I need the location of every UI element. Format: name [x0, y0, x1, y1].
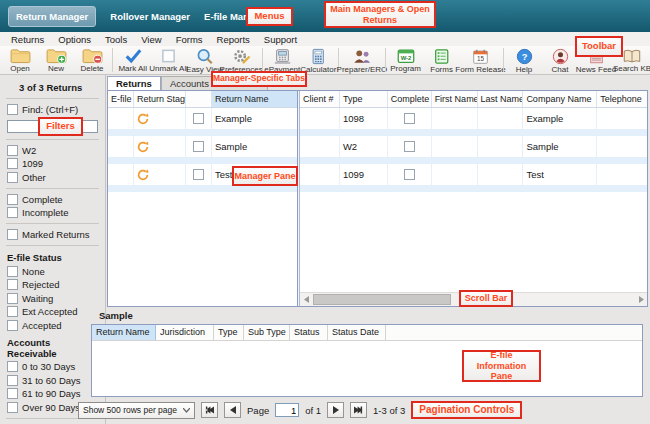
open-button[interactable]: Open [2, 46, 38, 74]
col-select[interactable] [186, 91, 212, 107]
complete-checkbox[interactable] [404, 141, 415, 152]
delete-button[interactable]: Delete [74, 46, 110, 74]
col-complete[interactable]: Complete [388, 91, 432, 107]
row-select-cell[interactable] [186, 164, 212, 185]
find-checkbox[interactable] [7, 104, 18, 115]
row-select-cell[interactable] [186, 136, 212, 157]
1099-checkbox[interactable] [7, 158, 18, 169]
filter-incomplete[interactable]: Incomplete [7, 207, 98, 218]
filter-ext-accepted[interactable]: Ext Accepted [7, 306, 98, 317]
row-select-cell[interactable] [186, 108, 212, 129]
col-return-stage[interactable]: Return Stage [134, 91, 186, 107]
col-client-number[interactable]: Client # [300, 91, 340, 107]
col-type[interactable]: Type [340, 91, 388, 107]
first-page-button[interactable] [201, 402, 218, 418]
row-checkbox[interactable] [193, 113, 204, 124]
menu-reports[interactable]: Reports [210, 34, 257, 45]
marked-returns-checkbox[interactable] [7, 229, 18, 240]
0-30-days-checkbox[interactable] [7, 361, 18, 372]
menu-options[interactable]: Options [51, 34, 98, 45]
filter-marked-returns[interactable]: Marked Returns [7, 229, 98, 240]
next-page-button[interactable] [327, 402, 344, 418]
over-90-days-checkbox[interactable] [7, 402, 18, 413]
table-row[interactable]: 1098 Example [300, 108, 647, 129]
forms-button[interactable]: Forms [424, 46, 460, 74]
table-row[interactable]: Example [108, 108, 297, 129]
unmark-all-button[interactable]: Unmark All [151, 46, 187, 74]
tab-return-manager[interactable]: Return Manager [8, 6, 96, 27]
svg-text:15: 15 [477, 55, 485, 62]
menu-view[interactable]: View [134, 34, 168, 45]
complete-cell[interactable] [388, 164, 432, 185]
preparer-ero-button[interactable]: Preparer/ERO [341, 46, 383, 74]
col-efile[interactable]: E-file [108, 91, 134, 107]
complete-checkbox[interactable] [7, 194, 18, 205]
page-number-input[interactable] [275, 403, 299, 417]
col-company-name[interactable]: Company Name [523, 91, 597, 107]
menu-tools[interactable]: Tools [98, 34, 134, 45]
incomplete-checkbox[interactable] [7, 207, 18, 218]
tab-returns[interactable]: Returns [107, 76, 161, 90]
waiting-checkbox[interactable] [7, 293, 18, 304]
row-checkbox[interactable] [193, 141, 204, 152]
table-row[interactable]: W2 Sample [300, 136, 647, 157]
complete-checkbox[interactable] [404, 113, 415, 124]
col-status-date[interactable]: Status Date [328, 325, 386, 340]
new-button[interactable]: New [38, 46, 74, 74]
scroll-right-arrow[interactable] [635, 293, 647, 306]
complete-cell[interactable] [388, 136, 432, 157]
filter-61-90-days[interactable]: 61 to 90 Days [7, 388, 98, 399]
tab-rollover-manager[interactable]: Rollover Manager [110, 11, 190, 22]
ext-accepted-checkbox[interactable] [7, 306, 18, 317]
filter-1099[interactable]: 1099 [7, 158, 98, 169]
row-checkbox[interactable] [193, 169, 204, 180]
filter-other[interactable]: Other [7, 172, 98, 183]
complete-checkbox[interactable] [404, 169, 415, 180]
program-button[interactable]: W-2 Program [388, 46, 424, 74]
col-return-name[interactable]: Return Name [92, 325, 156, 340]
last-page-button[interactable] [350, 402, 367, 418]
table-row[interactable]: 1099 Test [300, 164, 647, 185]
calculator-button[interactable]: Calculator [300, 46, 336, 74]
menu-forms[interactable]: Forms [169, 34, 210, 45]
complete-cell[interactable] [388, 108, 432, 129]
filter-accepted[interactable]: Accepted [7, 320, 98, 331]
epayment-button[interactable]: ePayment [264, 46, 300, 74]
col-first-name[interactable]: First Name [432, 91, 478, 107]
filter-none[interactable]: None [7, 266, 98, 277]
chat-button[interactable]: Chat [542, 46, 578, 74]
rows-per-page-select[interactable]: Show 500 rows per page [78, 402, 195, 419]
easy-view-button[interactable]: Easy View [187, 46, 223, 74]
menu-support[interactable]: Support [257, 34, 304, 45]
61-90-days-checkbox[interactable] [7, 388, 18, 399]
filter-waiting[interactable]: Waiting [7, 293, 98, 304]
help-button[interactable]: ? Help [506, 46, 542, 74]
filter-w2[interactable]: W2 [7, 145, 98, 156]
none-checkbox[interactable] [7, 266, 18, 277]
find-filter[interactable]: Find: (Ctrl+F) [7, 104, 98, 115]
form-release-button[interactable]: 15 Form Release [460, 46, 502, 74]
filter-rejected[interactable]: Rejected [7, 279, 98, 290]
col-sub-type[interactable]: Sub Type [244, 325, 290, 340]
filter-complete[interactable]: Complete [7, 194, 98, 205]
col-telephone[interactable]: Telephone [597, 91, 647, 107]
col-jurisdiction[interactable]: Jurisdiction [156, 325, 214, 340]
preferences-button[interactable]: Preferences [223, 46, 260, 74]
31-60-days-checkbox[interactable] [7, 375, 18, 386]
rejected-checkbox[interactable] [7, 279, 18, 290]
accepted-checkbox[interactable] [7, 320, 18, 331]
w2-checkbox[interactable] [7, 145, 18, 156]
other-checkbox[interactable] [7, 172, 18, 183]
scrollbar-thumb[interactable] [313, 294, 451, 305]
col-return-name[interactable]: Return Name [212, 91, 297, 107]
table-row[interactable]: Sample [108, 136, 297, 157]
filter-31-60-days[interactable]: 31 to 60 Days [7, 375, 98, 386]
col-type[interactable]: Type [214, 325, 244, 340]
col-last-name[interactable]: Last Name [478, 91, 524, 107]
menu-returns[interactable]: Returns [4, 34, 51, 45]
mark-all-button[interactable]: Mark All [115, 46, 151, 74]
col-status[interactable]: Status [290, 325, 328, 340]
previous-page-button[interactable] [224, 402, 241, 418]
scroll-left-arrow[interactable] [300, 293, 312, 306]
filter-0-30-days[interactable]: 0 to 30 Days [7, 361, 98, 372]
